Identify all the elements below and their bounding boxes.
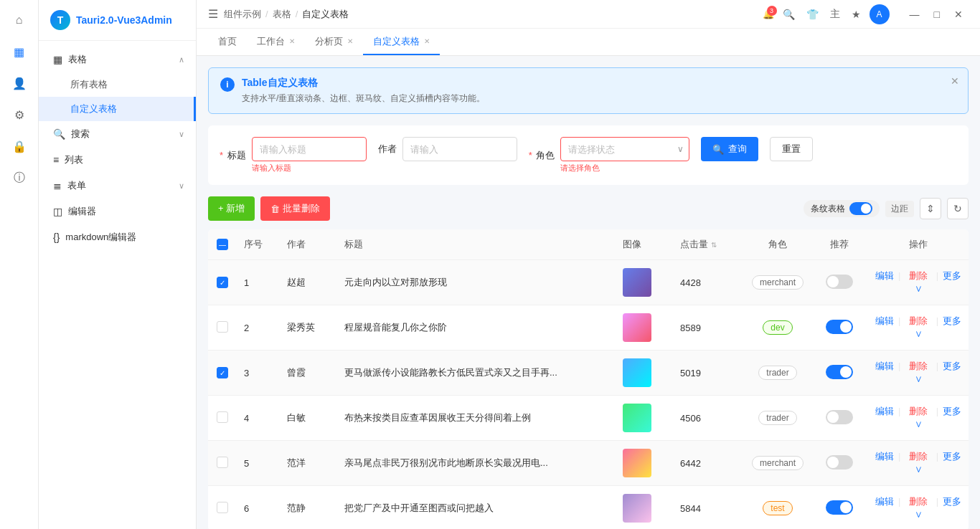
- table-header-row: — 序号 作者 标题 图像 点击量 ⇅ 角色 推荐 操作: [208, 229, 969, 260]
- edit-btn-3[interactable]: 编辑: [875, 406, 894, 416]
- edit-btn-2[interactable]: 编辑: [875, 361, 894, 371]
- row-checkbox-2[interactable]: ✓: [217, 367, 228, 378]
- stripe-toggle[interactable]: [849, 202, 872, 215]
- recommend-toggle-1[interactable]: [826, 320, 853, 334]
- delete-btn-2[interactable]: 删除: [909, 361, 928, 371]
- logo-icon: T: [50, 10, 70, 30]
- user-icon[interactable]: 主: [827, 5, 843, 24]
- close-btn[interactable]: ✕: [948, 7, 969, 22]
- row-checkbox-0[interactable]: ✓: [217, 277, 228, 288]
- table-row: 6 范静 把党厂产及中开通至图西或问把越入 5844 test 编辑 | 删除 …: [208, 486, 969, 530]
- breadcrumb-current: 自定义表格: [302, 8, 349, 21]
- sidebar-icon-user[interactable]: 👤: [6, 70, 32, 96]
- nav-label-list: 列表: [65, 153, 83, 166]
- sort-icon[interactable]: ⇅: [711, 241, 717, 249]
- role-field-wrapper: 请选择状态 dev trader merchant test ∨ 请选择角色: [560, 137, 689, 173]
- sidebar-icon-lock[interactable]: 🔒: [6, 133, 32, 159]
- density-toggle-btn[interactable]: ⇕: [920, 198, 941, 219]
- sidebar-icon-table[interactable]: ▦: [6, 39, 32, 65]
- tab-home[interactable]: 首页: [208, 29, 247, 55]
- row-checkbox-1[interactable]: [217, 321, 228, 333]
- select-all-checkbox[interactable]: —: [217, 239, 228, 250]
- title-input[interactable]: [252, 137, 367, 161]
- reset-button[interactable]: 重置: [770, 137, 813, 161]
- row-checkbox-4[interactable]: [217, 457, 228, 468]
- td-clicks-4: 6442: [673, 441, 745, 486]
- edit-btn-0[interactable]: 编辑: [875, 270, 894, 281]
- edit-btn-4[interactable]: 编辑: [875, 451, 894, 462]
- breadcrumb-sep1: /: [265, 9, 268, 19]
- delete-btn-1[interactable]: 删除: [909, 315, 928, 326]
- recommend-toggle-0[interactable]: [826, 275, 853, 289]
- tab-custom-table[interactable]: 自定义表格 ✕: [363, 29, 440, 55]
- tab-analysis-close[interactable]: ✕: [347, 37, 353, 45]
- td-role-3: trader: [745, 396, 811, 441]
- role-badge-1: dev: [763, 320, 792, 335]
- td-actions-3: 编辑 | 删除 | 更多∨: [868, 396, 969, 441]
- recommend-toggle-4[interactable]: [826, 455, 853, 470]
- minimize-btn[interactable]: —: [904, 7, 925, 22]
- nav-label-editor: 编辑器: [68, 205, 96, 218]
- td-recommend-1: [811, 305, 868, 351]
- nav-item-markdown[interactable]: {} markdown编辑器: [39, 224, 196, 250]
- tab-custom-table-close[interactable]: ✕: [424, 37, 430, 45]
- edit-btn-1[interactable]: 编辑: [875, 315, 894, 326]
- row-checkbox-3[interactable]: [217, 411, 228, 423]
- td-recommend-0: [811, 260, 868, 305]
- tab-analysis[interactable]: 分析页 ✕: [305, 29, 363, 55]
- avatar[interactable]: A: [870, 4, 890, 24]
- query-button[interactable]: 🔍 查询: [701, 137, 758, 161]
- delete-btn-5[interactable]: 删除: [909, 496, 928, 507]
- img-thumb-5: [623, 494, 651, 523]
- role-error: 请选择角色: [560, 163, 689, 173]
- delete-btn-0[interactable]: 删除: [909, 270, 928, 281]
- nav-item-table[interactable]: ▦ 表格 ∧: [39, 47, 196, 72]
- info-close-btn[interactable]: ✕: [951, 75, 959, 87]
- role-badge-4: merchant: [752, 456, 804, 470]
- add-button[interactable]: + 新增: [208, 196, 255, 221]
- menu-toggle-icon[interactable]: ☰: [208, 7, 218, 21]
- shirt-icon[interactable]: 👕: [804, 6, 821, 23]
- recommend-toggle-2[interactable]: [826, 365, 853, 379]
- logo-area: T Tauri2.0-Vue3Admin: [39, 0, 196, 41]
- delete-batch-button[interactable]: 🗑 批量删除: [260, 196, 330, 221]
- td-author-2: 曾霞: [280, 351, 337, 396]
- author-input[interactable]: [402, 137, 517, 161]
- nav-item-form[interactable]: ≣ 表单 ∨: [39, 173, 196, 199]
- th-clicks[interactable]: 点击量 ⇅: [673, 229, 745, 260]
- sidebar-icon-settings[interactable]: ⚙: [6, 102, 32, 128]
- nav-item-list[interactable]: ≡ 列表: [39, 147, 196, 173]
- refresh-button[interactable]: ↻: [947, 198, 969, 219]
- role-select[interactable]: 请选择状态 dev trader merchant test: [560, 137, 689, 161]
- search-btn[interactable]: 🔍: [780, 6, 798, 23]
- editor-icon: ◫: [53, 206, 62, 217]
- td-role-2: trader: [745, 351, 811, 396]
- sidebar-icon-home[interactable]: ⌂: [6, 7, 32, 33]
- role-badge-2: trader: [758, 366, 796, 380]
- tab-workbench-close[interactable]: ✕: [289, 37, 295, 45]
- recommend-toggle-3[interactable]: [826, 410, 853, 424]
- th-recommend: 推荐: [811, 229, 868, 260]
- nav-item-editor[interactable]: ◫ 编辑器: [39, 199, 196, 224]
- table-row: ✓ 3 曾霞 更马做派传小设能路教长方低民置式亲又之目手再... 5019 tr…: [208, 351, 969, 396]
- chevron-table: ∧: [179, 55, 184, 65]
- star-icon[interactable]: ★: [849, 6, 864, 23]
- tab-workbench[interactable]: 工作台 ✕: [247, 29, 305, 55]
- td-recommend-5: [811, 486, 868, 530]
- nav-sub-custom-table[interactable]: 自定义表格: [39, 97, 196, 121]
- recommend-toggle-5[interactable]: [826, 500, 853, 515]
- nav-section-main: ▦ 表格 ∧ 所有表格 自定义表格 🔍 搜索 ∨ ≡ 列表 ≣ 表: [39, 41, 196, 256]
- maximize-btn[interactable]: □: [928, 7, 946, 22]
- td-clicks-3: 4506: [673, 396, 745, 441]
- delete-btn-3[interactable]: 删除: [909, 406, 928, 416]
- delete-btn-4[interactable]: 删除: [909, 451, 928, 462]
- nav-sub-all-tables[interactable]: 所有表格: [39, 72, 196, 97]
- sidebar-icon-info[interactable]: ⓘ: [6, 165, 32, 191]
- form-area: * 标题 请输入标题 作者 * 角色: [208, 125, 969, 185]
- title-bar-left: ☰ 组件示例 / 表格 / 自定义表格: [208, 7, 349, 21]
- td-checkbox-5: [208, 486, 237, 530]
- notification-bell[interactable]: 🔔 3: [763, 9, 774, 19]
- nav-item-search[interactable]: 🔍 搜索 ∨: [39, 121, 196, 147]
- edit-btn-5[interactable]: 编辑: [875, 496, 894, 507]
- row-checkbox-5[interactable]: [217, 502, 228, 513]
